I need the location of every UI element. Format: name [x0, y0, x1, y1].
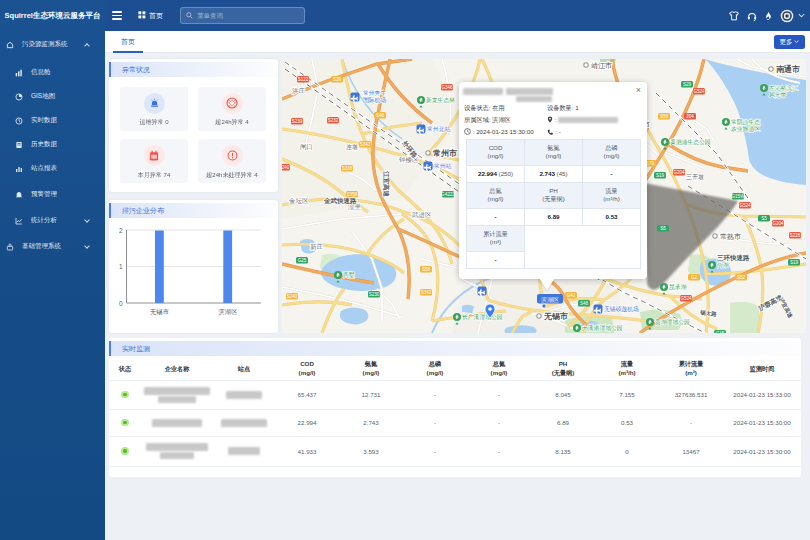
svg-text:S48: S48	[580, 301, 589, 306]
svg-text:S19: S19	[790, 260, 799, 265]
svg-text:洪庄: 洪庄	[292, 87, 306, 95]
svg-text:无锡市: 无锡市	[150, 308, 169, 316]
svg-text:靖江市: 靖江市	[591, 61, 612, 70]
svg-text:连墩: 连墩	[346, 144, 358, 151]
svg-text:S226: S226	[790, 233, 801, 238]
svg-text:闸口: 闸口	[300, 143, 313, 151]
svg-text:G524: G524	[693, 89, 705, 94]
svg-text:武进区: 武进区	[411, 211, 432, 219]
svg-text:S342: S342	[421, 290, 432, 295]
svg-text:常州奔牛: 常州奔牛	[363, 90, 386, 96]
svg-text:S48: S48	[376, 113, 385, 118]
svg-text:尚湖: 尚湖	[717, 262, 729, 269]
svg-text:S342: S342	[360, 142, 371, 147]
svg-text:国际机场: 国际机场	[363, 96, 386, 104]
svg-text:G4221: G4221	[441, 192, 455, 197]
svg-text:2: 2	[119, 227, 123, 234]
svg-text:S59: S59	[660, 114, 669, 119]
svg-text:农业旅游区: 农业旅游区	[731, 125, 760, 133]
svg-text:昆承湖: 昆承湖	[669, 283, 687, 291]
svg-text:常阴沙生态: 常阴沙生态	[731, 119, 760, 126]
svg-text:江宜高速: 江宜高速	[382, 171, 390, 198]
svg-text:G15: G15	[716, 331, 725, 333]
svg-text:G346: G346	[441, 85, 453, 90]
svg-text:新庄: 新庄	[310, 243, 324, 250]
svg-text:G2: G2	[691, 275, 698, 280]
svg-text:金坛区: 金坛区	[289, 197, 309, 204]
svg-text:S79: S79	[646, 161, 655, 166]
svg-text:G42: G42	[567, 293, 576, 298]
svg-text:大溪港湿地公园: 大溪港湿地公园	[582, 324, 623, 332]
svg-text:S58: S58	[422, 267, 431, 272]
svg-text:S240: S240	[287, 294, 298, 299]
svg-text:G15W: G15W	[731, 194, 745, 199]
svg-text:黄泗浦生态公园: 黄泗浦生态公园	[670, 139, 711, 146]
svg-text:三开墩: 三开墩	[686, 174, 704, 181]
svg-text:三环快速路: 三环快速路	[717, 254, 750, 262]
svg-text:无锡硕放机场: 无锡硕放机场	[604, 305, 639, 313]
svg-text:G204: G204	[673, 170, 685, 175]
svg-text:S338: S338	[342, 166, 353, 171]
svg-text:S5: S5	[660, 226, 666, 231]
svg-text:金武快速路: 金武快速路	[323, 197, 357, 205]
svg-text:S5: S5	[761, 216, 767, 221]
svg-text:贵湖湿地公园: 贵湖湿地公园	[655, 318, 690, 326]
svg-text:风光带: 风光带	[769, 92, 787, 99]
svg-text:S239: S239	[292, 119, 303, 124]
svg-text:G25: G25	[298, 258, 307, 263]
svg-text:S122: S122	[298, 77, 309, 82]
svg-text:S240: S240	[282, 165, 290, 170]
svg-text:G524: G524	[739, 203, 751, 208]
svg-text:S19: S19	[656, 173, 665, 178]
svg-text:S29: S29	[683, 82, 692, 87]
svg-text:204: 204	[686, 114, 694, 119]
svg-text:1: 1	[119, 263, 123, 270]
svg-text:南通市: 南通市	[776, 64, 800, 74]
svg-text:常熟市: 常熟市	[720, 232, 741, 241]
svg-text:G524: G524	[680, 296, 692, 301]
svg-text:G204: G204	[772, 221, 784, 226]
svg-text:钟楼区: 钟楼区	[398, 156, 419, 163]
svg-text:左沁桥滨江: 左沁桥滨江	[769, 85, 798, 92]
svg-text:常州北站: 常州北站	[427, 126, 450, 133]
svg-text:S232: S232	[328, 118, 339, 123]
svg-text:S39: S39	[333, 77, 342, 82]
svg-text:S52: S52	[737, 275, 746, 280]
svg-text:西墅: 西墅	[343, 272, 355, 279]
svg-text:无锡市: 无锡市	[543, 311, 568, 321]
svg-text:湟里: 湟里	[348, 203, 362, 211]
svg-text:新龙生态林: 新龙生态林	[426, 97, 455, 103]
svg-text:常州市: 常州市	[433, 148, 457, 158]
svg-text:长广溪湿地公园: 长广溪湿地公园	[462, 313, 503, 321]
svg-text:常州站: 常州站	[434, 163, 452, 170]
svg-text:滨湖区: 滨湖区	[218, 308, 239, 316]
svg-text:0: 0	[119, 300, 123, 307]
svg-text:S230: S230	[369, 292, 380, 297]
